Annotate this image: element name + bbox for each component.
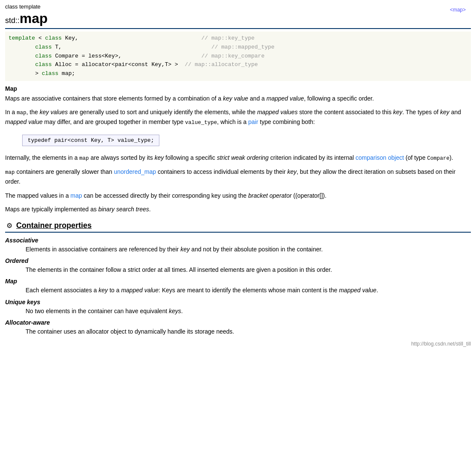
prop-term-ordered: Ordered: [5, 257, 471, 264]
para5: The mapped values in a map can be access…: [5, 191, 471, 200]
prop-desc-ordered: The elements in the container follow a s…: [26, 265, 471, 274]
title-main: map: [20, 11, 48, 26]
top-map-link[interactable]: <map>: [450, 7, 466, 13]
prop-desc-associative: Elements in associative containers are r…: [26, 245, 471, 254]
para3: Internally, the elements in a map are al…: [5, 153, 471, 163]
prop-desc-map: Each element associates a key to a mappe…: [26, 285, 471, 295]
prop-term-unique-keys: Unique keys: [5, 299, 471, 305]
prop-term-map: Map: [5, 278, 471, 285]
comparison-object-link[interactable]: comparison object: [355, 154, 404, 161]
pair-link[interactable]: pair: [248, 118, 258, 125]
prop-desc-unique-keys: No two elements in the container can hav…: [26, 306, 471, 316]
unordered-map-link[interactable]: unordered_map: [114, 168, 156, 175]
page-title: std::map: [5, 11, 471, 26]
template-code-block: template < class Key, // map::key_type c…: [5, 32, 471, 81]
class-label: class template: [5, 3, 471, 10]
para4: map containers are generally slower than…: [5, 167, 471, 186]
map-link-inline[interactable]: map: [70, 192, 82, 199]
header-divider: [5, 28, 471, 29]
para1: Maps are associative containers that sto…: [5, 94, 471, 103]
para2: In a map, the key values are generally u…: [5, 107, 471, 127]
prop-term-associative: Associative: [5, 237, 471, 244]
prop-term-allocator-aware: Allocator-aware: [5, 319, 471, 326]
container-props-section: ⚙ Container properties: [5, 221, 471, 233]
footer-url: http://blog.csdn.net/still_till: [5, 341, 471, 347]
prop-desc-allocator-aware: The container uses an allocator object t…: [26, 327, 471, 336]
map-section-heading: Map: [5, 85, 471, 92]
title-prefix: std::: [5, 16, 20, 25]
container-props-heading: Container properties: [16, 221, 92, 230]
para6: Maps are typically implemented as binary…: [5, 205, 471, 214]
gear-icon: ⚙: [5, 221, 14, 230]
typedef-code-box: typedef pair<const Key, T> value_type;: [22, 135, 159, 146]
